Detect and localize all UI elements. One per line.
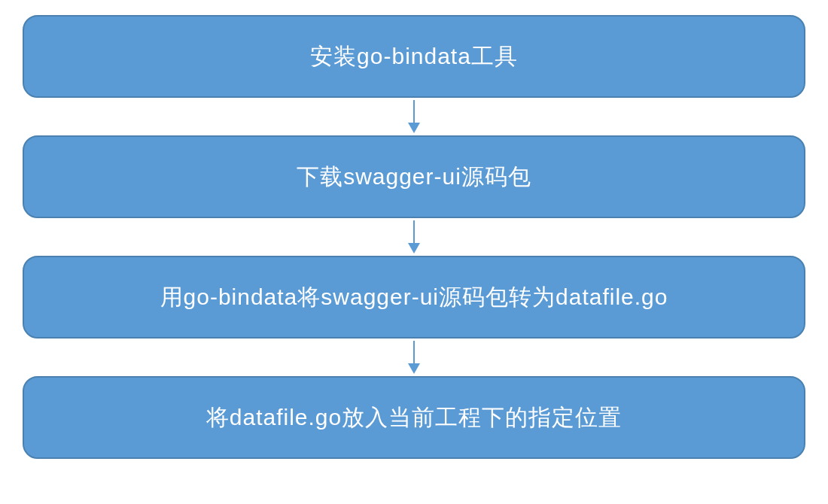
svg-marker-5 [408, 363, 420, 374]
step-label: 下载swagger-ui源码包 [297, 162, 531, 193]
step-box-1: 安装go-bindata工具 [23, 15, 805, 98]
step-label: 安装go-bindata工具 [310, 41, 518, 72]
step-label: 将datafile.go放入当前工程下的指定位置 [206, 402, 622, 433]
step-label: 用go-bindata将swagger-ui源码包转为datafile.go [160, 282, 668, 313]
step-box-2: 下载swagger-ui源码包 [23, 135, 805, 218]
arrow-down-icon [399, 98, 429, 135]
step-box-3: 用go-bindata将swagger-ui源码包转为datafile.go [23, 256, 805, 339]
arrow-down-icon [399, 218, 429, 256]
svg-marker-3 [408, 243, 420, 254]
arrow-down-icon [399, 339, 429, 376]
step-box-4: 将datafile.go放入当前工程下的指定位置 [23, 376, 805, 459]
svg-marker-1 [408, 123, 420, 133]
